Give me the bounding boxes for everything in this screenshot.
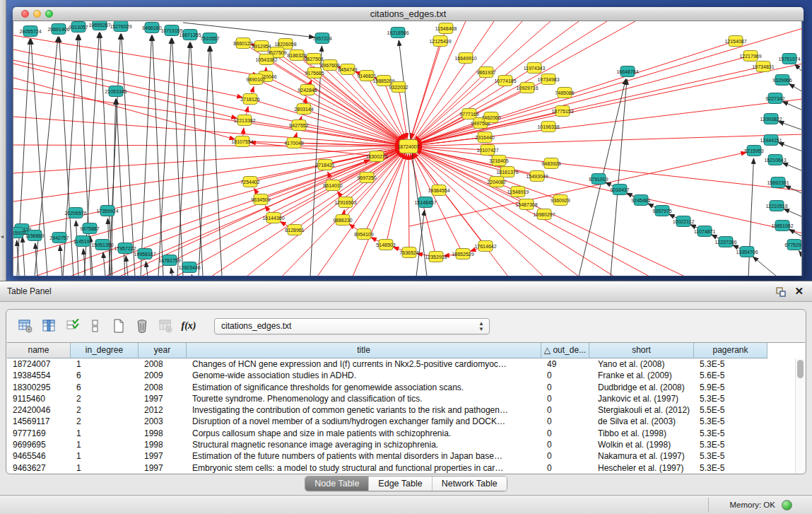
cell-year[interactable]: 1998	[139, 428, 187, 439]
graph-node[interactable]: 12444151	[760, 135, 782, 146]
graph-node[interactable]: 16144360	[262, 213, 284, 223]
cell-short[interactable]: Tibbo et al. (1998)	[589, 428, 694, 439]
graph-node[interactable]: 9227342	[765, 93, 784, 104]
graph-node[interactable]: 21053346	[105, 86, 126, 97]
column-header-out_de[interactable]: △ out_de...	[541, 343, 589, 358]
graph-node[interactable]: 16210643	[764, 155, 786, 165]
cell-in_degree[interactable]: 2	[71, 404, 139, 416]
cell-year[interactable]: 1998	[139, 439, 187, 450]
graph-node[interactable]: 2967608	[320, 60, 339, 71]
graph-node[interactable]: 20691406	[47, 24, 69, 35]
table-row[interactable]: 1830029562008Estimation of significance …	[7, 382, 805, 393]
cell-title[interactable]: Genome-wide association studies in ADHD.	[187, 370, 541, 381]
graph-node[interactable]: 8427552	[289, 120, 308, 131]
cell-title[interactable]: Embryonic stem cells: a model to study s…	[187, 462, 541, 473]
graph-node[interactable]: 9175685	[305, 68, 324, 78]
graph-node[interactable]: 7510557	[200, 33, 219, 44]
graph-node[interactable]: 1145194	[73, 236, 93, 247]
graph-node[interactable]: 18161376	[496, 167, 518, 177]
graph-node[interactable]: 12352918	[425, 252, 447, 262]
graph-node[interactable]: 7462060	[481, 112, 500, 123]
graph-node[interactable]: 11548408	[435, 23, 457, 34]
cell-pagerank[interactable]: 5.3E-5	[694, 439, 767, 450]
graph-node[interactable]: 12213382	[233, 115, 255, 126]
cell-name[interactable]: 18300295	[7, 382, 71, 393]
cell-pagerank[interactable]: 5.3E-5	[694, 393, 767, 404]
tab-node-table[interactable]: Node Table	[305, 477, 368, 491]
graph-node[interactable]: 1156869	[25, 230, 45, 241]
column-header-in_degree[interactable]: in_degree	[71, 343, 139, 358]
graph-node[interactable]: 17957222	[114, 243, 136, 254]
cell-year[interactable]: 2008	[139, 358, 187, 370]
graph-node[interactable]: 9360929	[551, 195, 570, 206]
graph-node[interactable]: 15751074	[778, 54, 800, 64]
graph-node[interactable]: 17614642	[474, 241, 496, 252]
cell-out_de[interactable]: 0	[541, 393, 589, 404]
cell-out_de[interactable]: 0	[541, 439, 589, 450]
cell-year[interactable]: 2003	[139, 416, 187, 427]
cell-pagerank[interactable]: 5.5E-5	[694, 404, 767, 416]
graph-node[interactable]: 15493049	[526, 171, 548, 182]
network-canvas[interactable]: 1872400786601238912954182260589627509105…	[13, 21, 802, 276]
table-row[interactable]: 1872400712008Changes of HCN gene express…	[7, 358, 805, 370]
graph-node[interactable]: 16649910	[454, 53, 476, 64]
cell-name[interactable]: 9777169	[7, 428, 71, 439]
cell-in_degree[interactable]: 2	[71, 393, 139, 404]
cell-title[interactable]: Investigating the contribution of common…	[187, 404, 541, 416]
cell-out_de[interactable]: 0	[541, 462, 589, 473]
graph-node[interactable]: 12923446	[178, 262, 200, 273]
cell-year[interactable]: 2012	[139, 404, 187, 416]
collapsed-side-panel-gutter[interactable]: ◂	[0, 0, 6, 281]
graph-node[interactable]: 9313057	[69, 22, 88, 33]
column-header-name[interactable]: name	[7, 343, 71, 358]
graph-node[interactable]: 10107427	[476, 145, 498, 156]
cell-short[interactable]: Franke et al. (2009)	[589, 370, 694, 381]
graph-node[interactable]: 9357975	[652, 206, 671, 216]
tab-edge-table[interactable]: Edge Table	[368, 477, 431, 491]
cell-pagerank[interactable]: 5.3E-5	[694, 428, 767, 439]
cell-in_degree[interactable]: 1	[71, 462, 139, 473]
graph-node[interactable]: 10655287	[88, 21, 110, 30]
cell-name[interactable]: 9463627	[7, 462, 71, 473]
cell-pagerank[interactable]: 5.3E-5	[694, 450, 767, 462]
graph-node[interactable]: 9634509	[251, 194, 270, 205]
graph-node[interactable]: 18775153	[551, 106, 573, 117]
cell-out_de[interactable]: 0	[541, 428, 589, 439]
cell-title[interactable]: Tourette syndrome. Phenomenology and cla…	[187, 393, 541, 404]
graph-node[interactable]: 12154087	[724, 36, 746, 47]
graph-node[interactable]: 8614010	[323, 180, 342, 191]
table-row[interactable]: 1938455462009Genome-wide association stu…	[7, 370, 805, 381]
graph-node[interactable]: 12093822	[760, 114, 782, 124]
cell-name[interactable]: 19384554	[7, 370, 71, 381]
graph-node[interactable]: 8215953	[744, 146, 763, 156]
vertical-scrollbar[interactable]	[795, 358, 805, 473]
cell-pagerank[interactable]: 5.3E-5	[694, 358, 767, 370]
close-panel-icon[interactable]: ✕	[794, 285, 804, 298]
graph-node[interactable]: 9322032	[389, 82, 408, 93]
cell-in_degree[interactable]: 1	[71, 428, 139, 439]
cell-short[interactable]: Stergiakouli et al. (2012)	[589, 404, 694, 416]
graph-node[interactable]: 9886230	[333, 215, 352, 226]
graph-node[interactable]: 20206576	[64, 208, 86, 218]
table-row[interactable]: 946554611997Estimation of the future num…	[7, 450, 805, 462]
cell-in_degree[interactable]: 1	[71, 450, 139, 462]
cell-short[interactable]: de Silva et al. (2003)	[589, 416, 694, 427]
scrollbar-thumb[interactable]	[797, 360, 804, 378]
cell-out_de[interactable]: 0	[541, 404, 589, 416]
cell-title[interactable]: Changes of HCN gene expression and I(f) …	[187, 358, 541, 370]
graph-node[interactable]: 7636524	[399, 247, 418, 258]
cell-year[interactable]: 1997	[139, 450, 187, 462]
graph-node[interactable]: 18107554	[231, 136, 253, 147]
column-header-pagerank[interactable]: pagerank	[694, 343, 767, 358]
graph-node[interactable]: 19958167	[134, 249, 155, 259]
table-row[interactable]: 977716911998Corpus callosum shape and si…	[7, 428, 805, 439]
graph-node[interactable]: 8954109	[354, 229, 373, 240]
cell-out_de[interactable]: 0	[541, 416, 589, 427]
tab-network-table[interactable]: Network Table	[432, 477, 507, 491]
graph-node[interactable]: 17359924	[96, 206, 118, 216]
cell-in_degree[interactable]: 1	[71, 439, 139, 450]
cell-short[interactable]: Nakamura et al. (1997)	[589, 450, 694, 462]
graph-node[interactable]: 9890107	[246, 74, 265, 85]
graph-node[interactable]: 9697250	[357, 173, 376, 183]
graph-node[interactable]: 2316440	[475, 132, 494, 143]
